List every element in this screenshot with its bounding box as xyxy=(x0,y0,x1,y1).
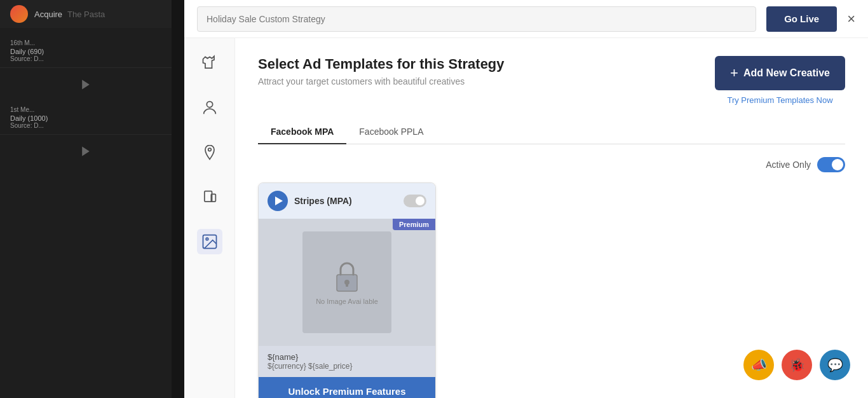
active-only-row: Active Only xyxy=(258,157,845,172)
card-meta: ${name} ${currency} ${sale_price} xyxy=(259,346,435,377)
bg-row-2: 1st Me... Daily (1000) Source: D... xyxy=(0,101,172,135)
card-header-right xyxy=(403,195,426,207)
svg-point-3 xyxy=(208,148,211,151)
sidebar-item-devices[interactable] xyxy=(197,184,222,210)
svg-marker-1 xyxy=(82,147,90,156)
card-meta-price: ${currency} ${sale_price} xyxy=(268,362,426,371)
premium-badge: Premium xyxy=(393,219,435,230)
section-subtitle: Attract your target customers with beaut… xyxy=(258,76,505,86)
modal: Go Live × xyxy=(184,0,868,398)
add-creative-label: Add New Creative xyxy=(743,67,830,79)
add-creative-area: + Add New Creative Try Premium Templates… xyxy=(715,56,845,105)
card-active-toggle[interactable] xyxy=(403,195,426,207)
card-preview-wrapper: Premium xyxy=(259,219,435,346)
close-button[interactable]: × xyxy=(847,12,855,26)
svg-point-7 xyxy=(206,238,208,240)
active-only-toggle[interactable] xyxy=(817,157,845,172)
sidebar-item-products[interactable] xyxy=(197,51,222,76)
sidebar-item-audience[interactable] xyxy=(197,95,222,121)
card-preview: No Image Avai lable xyxy=(259,219,435,346)
announcements-button[interactable]: 📣 xyxy=(743,350,774,380)
section-title: Select Ad Templates for this Strategy xyxy=(258,56,505,72)
plus-icon: + xyxy=(730,65,738,81)
sidebar-item-creatives[interactable] xyxy=(197,229,222,254)
bug-report-button[interactable]: 🐞 xyxy=(782,350,812,380)
card-preview-inner: No Image Avai lable xyxy=(302,231,391,333)
add-creative-button[interactable]: + Add New Creative xyxy=(715,56,845,90)
card-header-left: Stripes (MPA) xyxy=(268,191,352,211)
tabs: Facebook MPA Facebook PPLA xyxy=(258,120,845,144)
modal-body: Select Ad Templates for this Strategy At… xyxy=(184,38,868,398)
floating-buttons: 📣 🐞 💬 xyxy=(743,350,850,380)
sidebar-item-location[interactable] xyxy=(197,140,222,165)
card-header: Stripes (MPA) xyxy=(259,183,435,219)
creative-card-stripes: Stripes (MPA) Premium xyxy=(258,182,436,398)
strategy-search-input[interactable] xyxy=(197,6,756,32)
app-title: Acquire xyxy=(34,10,62,19)
background-rows: 16th M... Daily (690) Source: D... 1st M… xyxy=(0,28,172,174)
svg-marker-0 xyxy=(82,80,90,90)
card-name: Stripes (MPA) xyxy=(294,196,352,206)
tab-facebook-mpa[interactable]: Facebook MPA xyxy=(258,120,346,144)
premium-templates-link[interactable]: Try Premium Templates Now xyxy=(715,95,845,105)
chat-button[interactable]: 💬 xyxy=(820,350,850,380)
main-content: Select Ad Templates for this Strategy At… xyxy=(235,38,868,398)
go-live-button[interactable]: Go Live xyxy=(766,6,837,32)
sidebar-nav xyxy=(184,38,235,398)
content-header: Select Ad Templates for this Strategy At… xyxy=(258,56,845,105)
svg-rect-10 xyxy=(346,283,348,287)
no-image-label: No Image Avai lable xyxy=(316,298,378,305)
background-panel: Acquire The Pasta 16th M... Daily (690) … xyxy=(0,0,172,398)
play-icon-1 xyxy=(0,68,172,101)
play-icon-2 xyxy=(0,135,172,168)
card-footer: Unlock Premium Features xyxy=(259,377,435,398)
card-play-button[interactable] xyxy=(268,191,288,211)
app-subtitle: The Pasta xyxy=(67,10,105,19)
content-title: Select Ad Templates for this Strategy At… xyxy=(258,56,505,86)
app-logo xyxy=(10,5,28,23)
tab-facebook-ppla[interactable]: Facebook PPLA xyxy=(346,120,436,144)
svg-point-2 xyxy=(207,102,212,107)
card-meta-name: ${name} xyxy=(268,352,426,362)
modal-header: Go Live × xyxy=(184,0,868,38)
lock-icon xyxy=(332,259,362,295)
bg-row-1: 16th M... Daily (690) Source: D... xyxy=(0,34,172,68)
unlock-premium-button[interactable]: Unlock Premium Features xyxy=(259,377,435,398)
active-only-label: Active Only xyxy=(766,160,811,170)
